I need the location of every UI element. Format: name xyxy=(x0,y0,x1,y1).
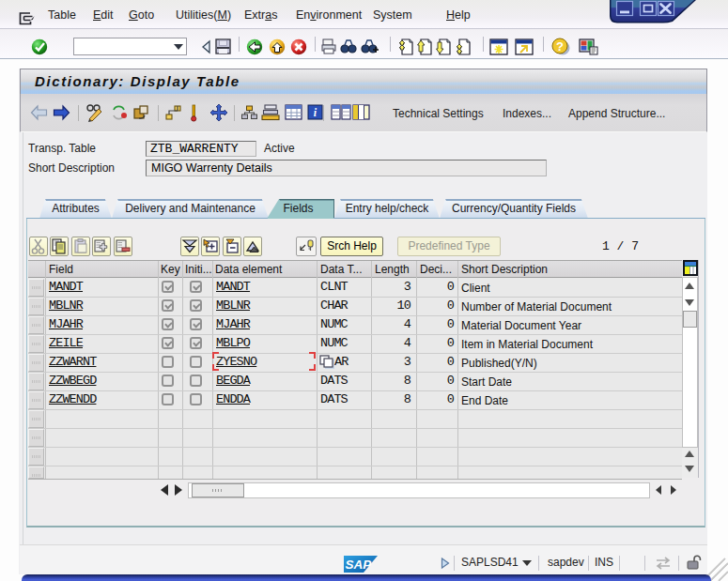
svg-text:SAP: SAP xyxy=(346,558,373,572)
svg-text:?: ? xyxy=(556,39,564,54)
